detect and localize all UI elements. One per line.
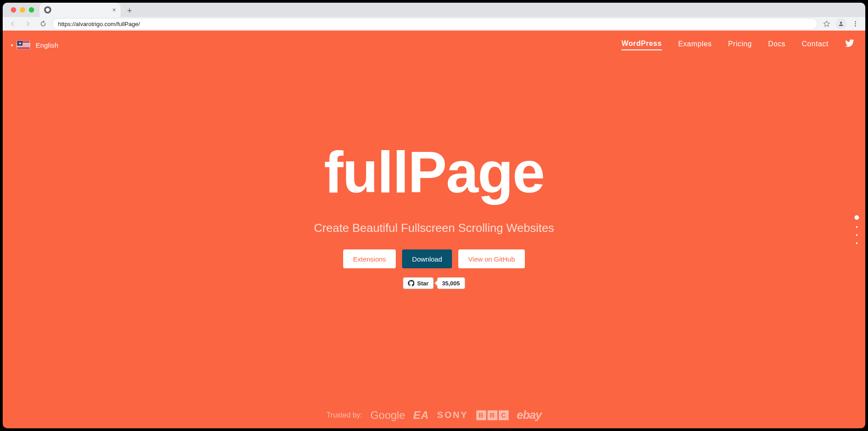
section-dot-3[interactable] <box>856 234 858 236</box>
bbc-letter: C <box>499 410 509 420</box>
brand-bbc: B B C <box>476 410 509 420</box>
forward-button[interactable] <box>22 18 34 30</box>
browser-chrome: × + https://alvarotrigo.com/fullPage/ <box>3 3 865 31</box>
section-dot-1[interactable] <box>855 215 859 220</box>
browser-menu-button[interactable] <box>849 18 862 30</box>
extensions-button[interactable]: Extensions <box>343 249 396 268</box>
page-viewport: ▾ English WordPress Examples Pricing Doc… <box>3 31 865 428</box>
svg-point-2 <box>855 23 856 25</box>
bbc-letter: B <box>488 410 497 420</box>
github-icon <box>408 280 414 286</box>
back-button[interactable] <box>6 18 19 30</box>
svg-point-3 <box>855 25 856 27</box>
browser-toolbar: https://alvarotrigo.com/fullPage/ <box>3 17 865 31</box>
view-on-github-button[interactable]: View on GitHub <box>458 249 525 268</box>
window-minimize-button[interactable] <box>20 7 25 13</box>
section-dot-2[interactable] <box>856 226 858 228</box>
new-tab-button[interactable]: + <box>123 4 136 17</box>
browser-tab[interactable]: × <box>40 3 121 17</box>
profile-button[interactable] <box>835 18 847 30</box>
hero-section: fullPage Create Beautiful Fullscreen Scr… <box>3 31 865 428</box>
address-bar-url: https://alvarotrigo.com/fullPage/ <box>58 21 140 27</box>
hero-subtitle: Create Beautiful Fullscreen Scrolling We… <box>314 221 554 235</box>
window-controls <box>7 3 38 17</box>
address-bar[interactable]: https://alvarotrigo.com/fullPage/ <box>52 18 818 30</box>
brand-ea: EA <box>413 409 429 422</box>
brand-sony: SONY <box>437 410 468 420</box>
tab-close-button[interactable]: × <box>112 7 116 13</box>
tab-strip: × + <box>3 3 865 17</box>
brand-ebay: ebay <box>517 408 541 422</box>
svg-point-1 <box>855 21 856 22</box>
toolbar-right <box>820 18 862 30</box>
bookmark-star-icon[interactable] <box>820 18 833 30</box>
github-star-count[interactable]: 35,005 <box>437 277 465 289</box>
trusted-by-row: Trusted by: Google EA SONY B B C ebay <box>3 408 865 422</box>
github-star-button[interactable]: Star <box>403 277 433 289</box>
github-star-label: Star <box>417 280 428 287</box>
reload-button[interactable] <box>37 18 49 30</box>
brand-google: Google <box>370 409 405 422</box>
trusted-label: Trusted by: <box>327 411 362 419</box>
section-nav-dots <box>855 215 859 244</box>
window-close-button[interactable] <box>11 7 16 13</box>
github-star-widget: Star 35,005 <box>403 277 465 289</box>
window-maximize-button[interactable] <box>29 7 34 13</box>
tab-favicon <box>44 6 51 13</box>
svg-point-0 <box>46 8 49 12</box>
bbc-letter: B <box>476 410 486 420</box>
section-dot-4[interactable] <box>856 242 858 244</box>
hero-title: fullPage <box>324 143 544 201</box>
github-star-count-value: 35,005 <box>442 280 460 287</box>
device-frame: × + https://alvarotrigo.com/fullPage/ <box>0 0 868 431</box>
cta-row: Extensions Download View on GitHub <box>343 249 525 268</box>
download-button[interactable]: Download <box>402 249 452 268</box>
